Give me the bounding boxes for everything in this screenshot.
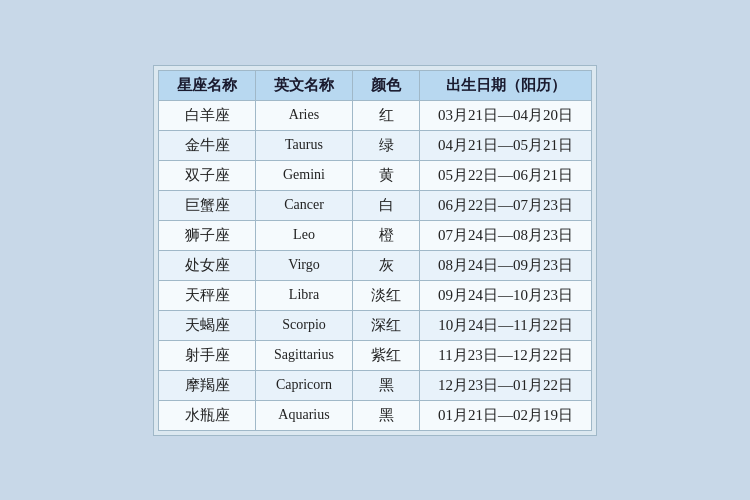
cell-color: 黑 [353,370,420,400]
cell-chinese-name: 摩羯座 [159,370,256,400]
cell-english-name: Libra [256,280,353,310]
cell-chinese-name: 天蝎座 [159,310,256,340]
cell-english-name: Taurus [256,130,353,160]
cell-color: 白 [353,190,420,220]
header-dates: 出生日期（阳历） [420,70,592,100]
cell-dates: 11月23日—12月22日 [420,340,592,370]
cell-color: 紫红 [353,340,420,370]
cell-dates: 08月24日—09月23日 [420,250,592,280]
cell-dates: 07月24日—08月23日 [420,220,592,250]
table-row: 巨蟹座Cancer白06月22日—07月23日 [159,190,592,220]
cell-chinese-name: 双子座 [159,160,256,190]
table-row: 金牛座Taurus绿04月21日—05月21日 [159,130,592,160]
cell-color: 橙 [353,220,420,250]
cell-dates: 04月21日—05月21日 [420,130,592,160]
header-english-name: 英文名称 [256,70,353,100]
zodiac-table: 星座名称 英文名称 颜色 出生日期（阳历） 白羊座Aries红03月21日—04… [158,70,592,431]
cell-english-name: Aries [256,100,353,130]
cell-chinese-name: 金牛座 [159,130,256,160]
cell-color: 红 [353,100,420,130]
cell-chinese-name: 射手座 [159,340,256,370]
table-row: 双子座Gemini黄05月22日—06月21日 [159,160,592,190]
cell-english-name: Capricorn [256,370,353,400]
cell-dates: 05月22日—06月21日 [420,160,592,190]
header-color: 颜色 [353,70,420,100]
cell-dates: 06月22日—07月23日 [420,190,592,220]
cell-english-name: Gemini [256,160,353,190]
cell-chinese-name: 狮子座 [159,220,256,250]
cell-chinese-name: 水瓶座 [159,400,256,430]
cell-chinese-name: 白羊座 [159,100,256,130]
cell-dates: 12月23日—01月22日 [420,370,592,400]
cell-color: 黄 [353,160,420,190]
zodiac-table-container: 星座名称 英文名称 颜色 出生日期（阳历） 白羊座Aries红03月21日—04… [153,65,597,436]
table-row: 狮子座Leo橙07月24日—08月23日 [159,220,592,250]
cell-english-name: Aquarius [256,400,353,430]
cell-color: 黑 [353,400,420,430]
table-row: 摩羯座Capricorn黑12月23日—01月22日 [159,370,592,400]
table-row: 天秤座Libra淡红09月24日—10月23日 [159,280,592,310]
cell-color: 淡红 [353,280,420,310]
table-row: 白羊座Aries红03月21日—04月20日 [159,100,592,130]
cell-color: 灰 [353,250,420,280]
cell-english-name: Sagittarius [256,340,353,370]
cell-dates: 10月24日—11月22日 [420,310,592,340]
table-row: 水瓶座Aquarius黑01月21日—02月19日 [159,400,592,430]
table-body: 白羊座Aries红03月21日—04月20日金牛座Taurus绿04月21日—0… [159,100,592,430]
cell-dates: 03月21日—04月20日 [420,100,592,130]
table-row: 处女座Virgo灰08月24日—09月23日 [159,250,592,280]
cell-chinese-name: 处女座 [159,250,256,280]
cell-english-name: Cancer [256,190,353,220]
cell-dates: 09月24日—10月23日 [420,280,592,310]
cell-color: 深红 [353,310,420,340]
header-chinese-name: 星座名称 [159,70,256,100]
cell-english-name: Virgo [256,250,353,280]
cell-chinese-name: 巨蟹座 [159,190,256,220]
table-row: 射手座Sagittarius紫红11月23日—12月22日 [159,340,592,370]
cell-chinese-name: 天秤座 [159,280,256,310]
cell-english-name: Scorpio [256,310,353,340]
cell-english-name: Leo [256,220,353,250]
table-header-row: 星座名称 英文名称 颜色 出生日期（阳历） [159,70,592,100]
cell-color: 绿 [353,130,420,160]
cell-dates: 01月21日—02月19日 [420,400,592,430]
table-row: 天蝎座Scorpio深红10月24日—11月22日 [159,310,592,340]
